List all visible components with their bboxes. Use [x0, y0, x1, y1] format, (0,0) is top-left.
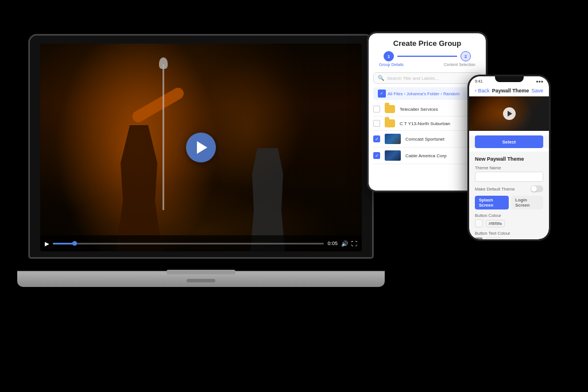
thumb-play-button[interactable] — [503, 107, 516, 120]
section-title: New Paywall Theme — [475, 156, 543, 162]
singer-figure — [105, 91, 208, 251]
list-item-checkbox[interactable] — [373, 120, 380, 127]
thumb-play-icon — [508, 111, 512, 117]
list-item-checkbox[interactable] — [373, 152, 380, 159]
video-controls: ▶ 0:05 🔊 ⛶ — [40, 235, 362, 251]
step-1-label: Group Details — [379, 63, 404, 67]
button-color-swatch[interactable] — [475, 219, 483, 227]
text-color-value[interactable]: #8f8f — [486, 238, 501, 240]
select-button[interactable]: Select — [475, 135, 543, 148]
button-color-value[interactable]: #f8f9fa — [486, 220, 505, 227]
progress-dot — [72, 241, 77, 246]
singer-arm — [130, 86, 186, 124]
laptop-notch — [187, 279, 215, 282]
tab-login-screen[interactable]: Login Screen — [511, 196, 543, 209]
singer-body — [116, 125, 162, 251]
nav-title: Paywall Theme — [492, 88, 529, 94]
step-2-circle: 2 — [461, 51, 471, 61]
phone-notch — [495, 76, 524, 82]
theme-name-input[interactable] — [475, 172, 543, 182]
play-button[interactable] — [186, 133, 216, 162]
tablet-search[interactable]: 🔍 Search Title and Labels... — [373, 72, 481, 84]
tablet-title: Create Price Group — [376, 39, 479, 48]
scene: ▶ 0:05 🔊 ⛶ Cre — [0, 0, 588, 392]
breadcrumb-check: ✓ — [378, 90, 386, 98]
folder-icon — [385, 105, 395, 113]
text-color-label: Button Text Colour — [475, 231, 543, 236]
button-color-row: #f8f9fa — [475, 219, 543, 227]
back-button[interactable]: ‹ Back — [475, 88, 490, 94]
text-color-row: #8f8f — [475, 237, 543, 239]
list-item: Cable America Corp — [373, 148, 481, 164]
search-placeholder-text: Search Title and Labels... — [387, 76, 439, 81]
video-thumbnail — [385, 150, 401, 161]
folder-icon — [385, 119, 395, 127]
play-icon — [197, 141, 207, 154]
phone: 9:41 ●●● ‹ Back Paywall Theme Save Selec… — [467, 75, 551, 241]
default-theme-row: Make Default Theme — [475, 185, 543, 192]
phone-screen: 9:41 ●●● ‹ Back Paywall Theme Save Selec… — [469, 76, 549, 239]
list-item: C T Y13-North Suburban — [373, 117, 481, 131]
laptop-screen: ▶ 0:05 🔊 ⛶ — [29, 34, 373, 258]
laptop: ▶ 0:05 🔊 ⛶ — [29, 34, 373, 287]
tab-splash-screen[interactable]: Splash Screen — [475, 196, 509, 209]
theme-name-label: Theme Name — [475, 165, 543, 170]
control-play-icon[interactable]: ▶ — [45, 240, 49, 247]
button-color-label: Button Colour — [475, 213, 543, 218]
breadcrumb-text: All Files › Johanna's Folder › Random — [388, 91, 459, 96]
list-item-checkbox[interactable] — [373, 135, 380, 142]
status-signal: ●●● — [536, 79, 543, 83]
toggle-knob — [531, 186, 537, 192]
phone-navbar: ‹ Back Paywall Theme Save — [469, 84, 549, 96]
laptop-hinge — [167, 270, 235, 274]
default-theme-label: Make Default Theme — [475, 187, 514, 192]
laptop-base — [17, 271, 385, 287]
tablet-stepper: 1 2 — [376, 51, 479, 61]
list-item-checkbox[interactable] — [373, 106, 380, 112]
step-2-label: Content Selection — [444, 63, 475, 67]
default-theme-toggle[interactable] — [531, 185, 543, 192]
microphone-stand — [163, 64, 164, 209]
volume-icon[interactable]: 🔊 — [341, 240, 348, 247]
fullscreen-icon[interactable]: ⛶ — [351, 240, 357, 247]
list-item: Comcast Sportsnet — [373, 131, 481, 148]
tablet-breadcrumb: ✓ All Files › Johanna's Folder › Random — [373, 87, 481, 100]
step-labels: Group Details Content Selection — [376, 63, 479, 67]
video-thumbnail — [385, 134, 401, 144]
time-current: 0:05 — [327, 240, 338, 246]
status-time: 9:41 — [475, 79, 483, 83]
screen-tabs: Splash Screen Login Screen — [475, 196, 543, 209]
search-icon: 🔍 — [378, 75, 384, 81]
progress-fill — [53, 243, 75, 244]
phone-video-thumbnail — [469, 96, 549, 131]
step-line — [397, 56, 457, 57]
laptop-bezel: ▶ 0:05 🔊 ⛶ — [30, 36, 372, 257]
save-button[interactable]: Save — [531, 88, 543, 94]
tablet-header: Create Price Group 1 2 Group Details Con… — [369, 33, 486, 72]
step-1-circle: 1 — [384, 51, 394, 61]
laptop-video: ▶ 0:05 🔊 ⛶ — [40, 44, 362, 251]
progress-bar[interactable] — [53, 243, 324, 244]
guitarist-figure — [245, 119, 314, 251]
phone-content: New Paywall Theme Theme Name Make Defaul… — [469, 152, 549, 239]
microphone-head — [159, 57, 168, 69]
select-button-label: Select — [502, 139, 516, 145]
text-color-swatch[interactable] — [475, 237, 483, 239]
list-item: Telecaller Services — [373, 102, 481, 117]
